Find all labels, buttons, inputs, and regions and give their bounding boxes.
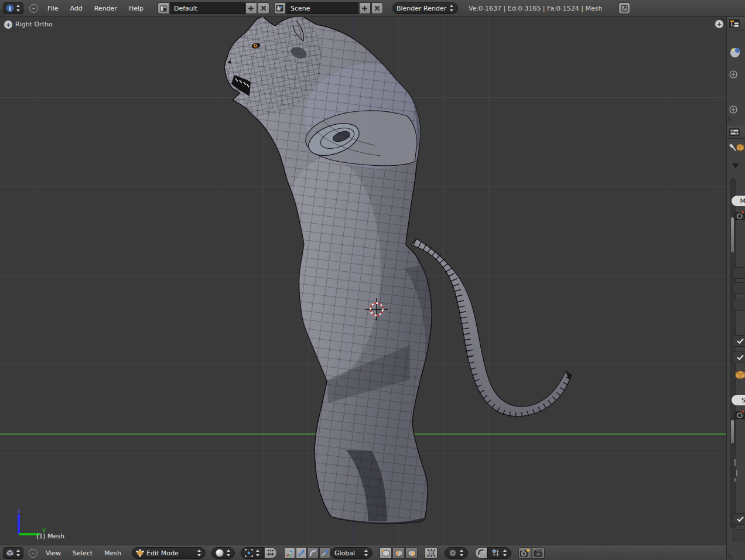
manipulate-center-points-toggle[interactable] bbox=[264, 547, 277, 559]
object-info-label: (1) Mesh bbox=[36, 532, 64, 540]
checkbox-unchecked[interactable] bbox=[733, 530, 745, 541]
close-icon bbox=[261, 5, 266, 11]
center-points-icon bbox=[266, 549, 275, 557]
gizmo-z-label: z bbox=[17, 508, 20, 515]
window-duplicate-button[interactable] bbox=[618, 2, 630, 14]
render-still-button[interactable] bbox=[518, 547, 531, 559]
chevron-updown-icon bbox=[364, 549, 368, 557]
manipulator-axes-icon bbox=[286, 549, 293, 557]
outliner-expand-icon[interactable] bbox=[729, 105, 737, 114]
add-layout-button[interactable] bbox=[245, 2, 257, 14]
add-scene-button[interactable] bbox=[359, 2, 371, 14]
menu-file[interactable]: File bbox=[42, 5, 64, 12]
checkbox-checked[interactable] bbox=[733, 513, 745, 525]
area-corner-widget[interactable] bbox=[727, 553, 733, 559]
collapse-menus-button[interactable]: – bbox=[29, 549, 37, 558]
chevron-updown-icon bbox=[459, 549, 464, 557]
scrollbar-thumb[interactable] bbox=[731, 217, 734, 252]
viewport-3d[interactable]: + Right Ortho + z y (1) Mesh bbox=[0, 16, 726, 545]
vertex-select-mode-button[interactable] bbox=[380, 547, 392, 559]
menu-add[interactable]: Add bbox=[64, 5, 88, 12]
screen-layout-field[interactable]: Default bbox=[170, 2, 245, 14]
editor-type-selector[interactable] bbox=[3, 547, 23, 559]
area-corner-widget[interactable] bbox=[727, 116, 733, 122]
right-panel-strip[interactable]: M S bbox=[726, 16, 745, 560]
collapse-menus-button[interactable]: – bbox=[29, 4, 38, 13]
mode-dropdown[interactable]: Edit Mode bbox=[132, 547, 206, 559]
screen-layout-value: Default bbox=[174, 5, 197, 12]
snap-toggle-button[interactable] bbox=[475, 547, 487, 559]
viewport-header: – View Select Mesh Edit Mode bbox=[0, 545, 726, 560]
properties-header[interactable] bbox=[727, 125, 745, 139]
screen-layout-icon bbox=[160, 5, 167, 12]
translate-manipulator-button[interactable] bbox=[296, 547, 307, 559]
clipped-button[interactable] bbox=[733, 267, 745, 279]
toolshelf-expand-icon[interactable]: + bbox=[4, 21, 12, 29]
checkbox-checked[interactable] bbox=[733, 351, 745, 363]
screen-layout-icon-button[interactable] bbox=[158, 2, 169, 14]
mesh-tail[interactable] bbox=[411, 239, 572, 416]
window-arrow-icon bbox=[621, 5, 628, 12]
proportional-editing-dropdown[interactable] bbox=[445, 547, 468, 559]
translate-arrow-icon bbox=[298, 549, 305, 557]
camera-icon[interactable] bbox=[734, 211, 745, 220]
transform-orientation-dropdown[interactable]: Global bbox=[330, 547, 372, 559]
chevron-updown-icon bbox=[503, 549, 507, 557]
editor-3d-view-icon bbox=[6, 549, 14, 557]
menu-render[interactable]: Render bbox=[88, 5, 123, 12]
delete-scene-button[interactable] bbox=[371, 2, 383, 14]
chevron-updown-icon bbox=[255, 549, 260, 557]
scene-field[interactable]: Scene bbox=[286, 2, 358, 14]
snap-element-dropdown[interactable] bbox=[487, 547, 511, 559]
pin-and-object-icons[interactable] bbox=[728, 142, 745, 153]
scrollbar-thumb[interactable] bbox=[731, 420, 734, 443]
face-select-mode-button[interactable] bbox=[405, 547, 418, 559]
viewport-shading-dropdown[interactable] bbox=[211, 547, 235, 559]
scene-value: Scene bbox=[291, 5, 310, 12]
clipped-field-s[interactable]: S bbox=[732, 395, 745, 405]
edge-select-mode-button[interactable] bbox=[392, 547, 405, 559]
clipped-button[interactable] bbox=[733, 299, 745, 310]
outliner-object-sphere-icon[interactable] bbox=[729, 47, 742, 59]
checkbox-checked[interactable] bbox=[733, 335, 745, 347]
plus-icon bbox=[361, 5, 368, 12]
pivot-point-icon bbox=[245, 549, 253, 557]
scene-icon-button[interactable] bbox=[274, 2, 286, 14]
scale-manipulator-button[interactable] bbox=[319, 547, 330, 559]
blender-window: i – File Add Render Help Default bbox=[0, 0, 745, 560]
view-name-label: Right Ortho bbox=[15, 21, 53, 28]
manipulator-toggle[interactable] bbox=[284, 547, 295, 559]
window-corner-widget[interactable] bbox=[0, 9, 6, 16]
camera-icon[interactable] bbox=[734, 410, 745, 419]
rotate-manipulator-button[interactable] bbox=[307, 547, 319, 559]
clapperboard-icon bbox=[534, 549, 543, 557]
mesh-data-cube-icon[interactable] bbox=[735, 370, 745, 380]
outliner-header[interactable] bbox=[727, 16, 745, 30]
checkmark-icon bbox=[737, 516, 744, 522]
limit-to-visible-button[interactable] bbox=[425, 547, 438, 559]
menu-select[interactable]: Select bbox=[67, 549, 98, 557]
properties-editor-icon bbox=[729, 128, 740, 136]
occlude-geometry-icon bbox=[427, 549, 436, 557]
mode-value: Edit Mode bbox=[146, 549, 194, 557]
disclosure-triangle-icon[interactable] bbox=[732, 163, 740, 169]
pivot-point-dropdown[interactable] bbox=[241, 547, 264, 559]
render-animation-button[interactable] bbox=[532, 547, 545, 559]
menu-mesh[interactable]: Mesh bbox=[98, 549, 127, 557]
checkmark-icon bbox=[737, 338, 744, 344]
scene-canvas[interactable] bbox=[0, 16, 726, 545]
pill-s-label: S bbox=[741, 397, 745, 404]
chevron-updown-icon bbox=[449, 4, 454, 12]
outliner-expand-icon[interactable] bbox=[729, 70, 737, 78]
clipped-field-m[interactable]: M bbox=[732, 196, 745, 206]
menu-help[interactable]: Help bbox=[123, 5, 149, 12]
editor-type-selector[interactable]: i bbox=[3, 2, 23, 14]
menu-view[interactable]: View bbox=[40, 549, 67, 557]
area-corner-widget[interactable] bbox=[719, 18, 725, 23]
render-camera-icon bbox=[520, 549, 529, 557]
delete-layout-button[interactable] bbox=[258, 2, 269, 14]
clipped-button[interactable] bbox=[733, 282, 745, 294]
render-engine-dropdown[interactable]: Blender Render bbox=[392, 2, 458, 14]
chevron-updown-icon bbox=[197, 549, 201, 557]
plus-icon bbox=[248, 5, 254, 12]
